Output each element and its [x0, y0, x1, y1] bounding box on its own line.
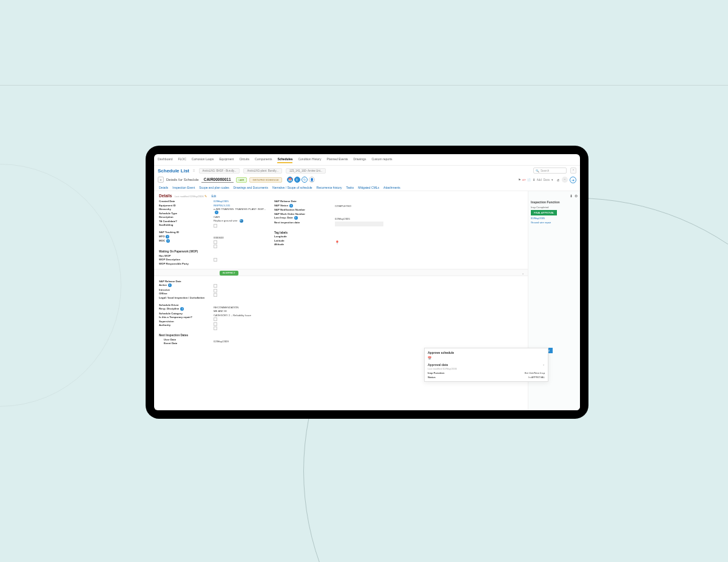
chip-lair: LAIR: [236, 177, 248, 183]
chk-intrusive[interactable]: [214, 289, 217, 293]
nav-schedules[interactable]: Schedules: [277, 157, 292, 163]
nav-drawings[interactable]: Drawings: [354, 157, 366, 163]
collapse-button[interactable]: ⌃: [570, 168, 576, 174]
refresh-icon[interactable]: ↻: [302, 177, 308, 183]
lbl2-temprepair: Is this a Temporary repair?: [159, 316, 207, 319]
subtitle-row: + Details for Schedule CAIR00060011 LAIR…: [154, 175, 580, 184]
val-userdate: 02/May/2009: [214, 340, 268, 343]
chk-moc[interactable]: [214, 245, 217, 248]
user-icon[interactable]: 👤: [309, 177, 315, 183]
breadcrumb-3[interactable]: 123_141_160- Amine Uni...: [286, 168, 326, 174]
tab-scope[interactable]: Scope and plan codes: [199, 186, 229, 189]
info-icon[interactable]: i: [215, 211, 218, 214]
lbl2-category: Schedule Category: [159, 312, 207, 315]
lbl-lat: Latitude: [274, 239, 329, 242]
nav-circuits[interactable]: Circuits: [239, 157, 249, 163]
file-icon[interactable]: 📄: [527, 178, 531, 181]
chk-mto[interactable]: [214, 240, 217, 244]
nav-corrosion[interactable]: Corrosion Loops: [192, 157, 214, 163]
chk-temp[interactable]: [214, 317, 217, 321]
nav-custom[interactable]: Custom reports: [371, 157, 392, 163]
taglabels-heading: Tag labels: [274, 231, 329, 234]
lbl-next-insp: Next inspection date: [274, 221, 329, 224]
nav-equipment[interactable]: Equipment: [220, 157, 234, 163]
lbl2-offline: Offline: [159, 292, 207, 295]
approve-panel: Approve schedule 📅 Approval data ⌄ Last …: [424, 348, 528, 382]
background-curve-2: [0, 164, 121, 407]
action-bar-right: ⚑ 🏷 📄 ⬇ Add Docs ▾ 🖨 − ➜: [518, 177, 576, 183]
lbl2-discipline: Resp. Disciplinei: [159, 307, 207, 311]
nav-dashboard[interactable]: Dashboard: [158, 157, 172, 163]
download-icon[interactable]: ⬇: [570, 194, 573, 198]
app-screen: Dashboard FLOC Corrosion Loops Equipment…: [154, 154, 580, 410]
tab-details[interactable]: Details: [159, 186, 168, 189]
val-sap-status: COMPLETED: [335, 205, 383, 208]
info-icon[interactable]: i: [166, 239, 170, 243]
rpane-date[interactable]: 02/May/2005: [531, 217, 578, 220]
minus-icon[interactable]: −: [562, 177, 568, 183]
breadcrumb-1[interactable]: ArcticLNG: BASF - Burully...: [199, 168, 240, 174]
rpane-link[interactable]: Ground wire repair: [531, 221, 578, 224]
tab-tasks[interactable]: Tasks: [346, 186, 354, 189]
chip-grouped: GROUPED SCHEDULE: [249, 177, 281, 183]
chk-offline[interactable]: [214, 293, 217, 297]
search-input[interactable]: 🔍Search: [533, 168, 567, 174]
chevron-down-icon[interactable]: ▾: [551, 178, 553, 181]
search-small-icon[interactable]: 🔍: [240, 219, 243, 223]
info-icon[interactable]: i: [180, 307, 184, 311]
val-hierarchy: e-IMS TRAINING: TRAINING PLANT: INSP...i: [214, 208, 268, 214]
val-equipment[interactable]: INSP06-V-101: [214, 204, 268, 207]
tab-inspection[interactable]: Inspection Event: [172, 186, 195, 189]
tab-narrative[interactable]: Narrative / Scope of schedule: [272, 186, 312, 189]
search-placeholder: Search: [541, 169, 549, 172]
pin-icon[interactable]: 📍: [335, 240, 383, 245]
nav-condition[interactable]: Condition History: [298, 157, 321, 163]
chk-authority[interactable]: [214, 327, 217, 330]
info-icon[interactable]: i: [168, 283, 172, 287]
val-created[interactable]: 02/May/2005: [214, 200, 268, 203]
tab-drawings[interactable]: Drawings and Documents: [234, 186, 268, 189]
lbl-sap-notif: SAP Notification Number: [274, 208, 329, 211]
edit-link[interactable]: Edit: [212, 195, 217, 198]
chevron-down-icon[interactable]: ⌄: [522, 271, 524, 275]
chk-ta[interactable]: [214, 224, 217, 228]
filter-icon[interactable]: ⚙: [575, 194, 578, 198]
tab-mitigated[interactable]: Mitigated CMLs: [358, 186, 379, 189]
chk-active[interactable]: [214, 284, 217, 288]
nav-floc[interactable]: FLOC: [178, 157, 186, 163]
tag-icon[interactable]: 🏷: [522, 178, 525, 181]
info-icon[interactable]: i: [289, 204, 293, 208]
background-line: [0, 85, 728, 86]
lbl2-active: Activei: [159, 283, 207, 287]
subtitle-label: Details for Schedule: [166, 178, 199, 181]
action-docs-text[interactable]: Docs: [544, 178, 550, 181]
pencil-icon[interactable]: ✎: [204, 194, 207, 198]
chk-haswop[interactable]: [214, 258, 217, 262]
nav-components[interactable]: Components: [255, 157, 272, 163]
chk-supervision[interactable]: [214, 322, 217, 326]
lbl-wopdesc: WOP Description: [159, 258, 207, 261]
approve-k1: Insp Function: [428, 371, 444, 374]
menu-icon[interactable]: ≡: [193, 169, 195, 172]
val-category: CATEGORY 2 – Reliability Issue: [214, 314, 268, 317]
last-modified: Last modified 02/May/2006: [175, 195, 204, 198]
info-icon[interactable]: i: [294, 216, 298, 220]
calendar-icon[interactable]: 📅: [287, 177, 293, 183]
tab-recurrence[interactable]: Recurrence history: [317, 186, 342, 189]
breadcrumb-2[interactable]: ArcticLNG-plant: Burully...: [243, 168, 281, 174]
lbl-userdate: User Date: [164, 338, 207, 341]
next-insp-field[interactable]: [335, 222, 383, 226]
nav-planned[interactable]: Planned Events: [327, 157, 348, 163]
download-icon[interactable]: ⬇: [533, 178, 535, 181]
go-icon[interactable]: ➜: [570, 177, 576, 183]
flag-icon[interactable]: ⚑: [518, 178, 521, 181]
print-icon[interactable]: 🖨: [557, 178, 560, 181]
rpane-sub: Insp Completed: [531, 206, 578, 209]
calendar-small-icon[interactable]: 📅: [428, 356, 528, 360]
in-effect-badge: IN EFFECT: [220, 271, 238, 276]
add-button[interactable]: +: [158, 177, 164, 183]
action-add-text[interactable]: Add: [537, 178, 542, 181]
tab-attachments[interactable]: Attachments: [383, 186, 400, 189]
info-icon[interactable]: i: [166, 235, 169, 239]
copy-icon[interactable]: ⎘: [294, 177, 300, 183]
